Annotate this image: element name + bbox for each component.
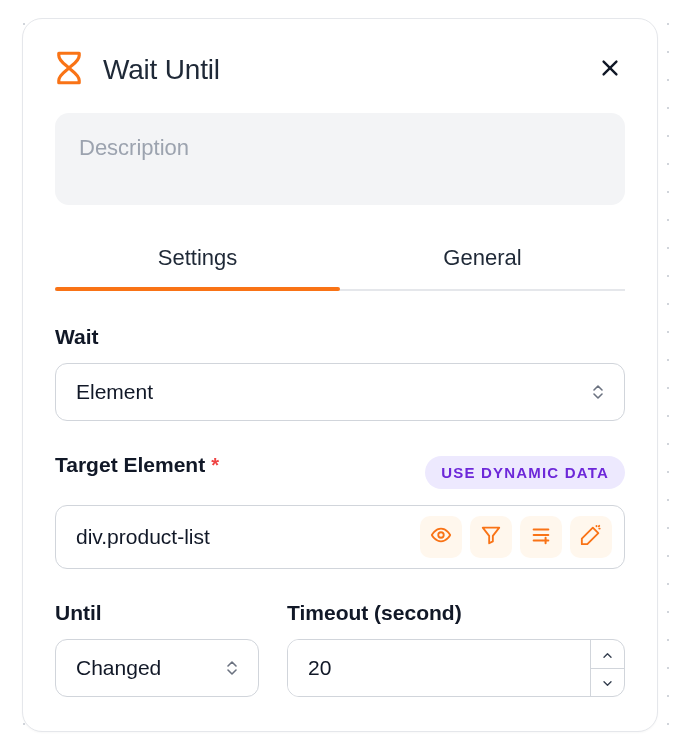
required-indicator: * [211, 454, 219, 477]
svg-point-2 [438, 532, 444, 538]
until-select[interactable]: Changed [55, 639, 259, 697]
chevron-updown-icon [592, 384, 604, 400]
close-button[interactable] [595, 53, 625, 87]
bottom-row: Until Changed Timeout (second) [55, 601, 625, 697]
wait-until-panel: Wait Until Settings General Wait Element [22, 18, 658, 732]
filter-button[interactable] [470, 516, 512, 558]
target-element-input[interactable] [76, 525, 412, 549]
title-wrap: Wait Until [55, 51, 220, 89]
panel-title: Wait Until [103, 54, 220, 86]
until-value: Changed [76, 656, 161, 680]
wait-value: Element [76, 380, 153, 404]
target-header: Target Element * USE DYNAMIC DATA [55, 453, 625, 491]
chevron-up-icon [602, 645, 613, 663]
timeout-input-wrap [287, 639, 625, 697]
target-field-group: Target Element * USE DYNAMIC DATA [55, 453, 625, 569]
use-dynamic-data-button[interactable]: USE DYNAMIC DATA [425, 456, 625, 489]
close-icon [599, 65, 621, 82]
target-label-text: Target Element [55, 453, 205, 477]
magic-wand-button[interactable] [570, 516, 612, 558]
target-input-wrap [55, 505, 625, 569]
timeout-label: Timeout (second) [287, 601, 625, 625]
panel-header: Wait Until [55, 51, 625, 89]
tab-general[interactable]: General [340, 231, 625, 289]
timeout-step-down[interactable] [591, 669, 624, 697]
magic-wand-icon [580, 524, 602, 550]
wait-label: Wait [55, 325, 625, 349]
chevron-updown-icon [226, 660, 238, 676]
until-field-group: Until Changed [55, 601, 259, 697]
tabs: Settings General [55, 231, 625, 291]
list-add-button[interactable] [520, 516, 562, 558]
hourglass-icon [55, 51, 83, 89]
funnel-icon [480, 524, 502, 550]
timeout-input[interactable] [288, 640, 590, 696]
timeout-field-group: Timeout (second) [287, 601, 625, 697]
timeout-step-up[interactable] [591, 640, 624, 669]
tab-settings[interactable]: Settings [55, 231, 340, 289]
description-input[interactable] [79, 135, 601, 161]
wait-field-group: Wait Element [55, 325, 625, 421]
target-label: Target Element * [55, 453, 219, 477]
wait-select[interactable]: Element [55, 363, 625, 421]
timeout-steppers [590, 640, 624, 696]
list-plus-icon [530, 524, 552, 550]
tab-label: Settings [158, 245, 238, 270]
until-label: Until [55, 601, 259, 625]
eye-icon [430, 524, 452, 550]
description-field[interactable] [55, 113, 625, 205]
preview-button[interactable] [420, 516, 462, 558]
chevron-down-icon [602, 673, 613, 691]
tab-label: General [443, 245, 521, 270]
